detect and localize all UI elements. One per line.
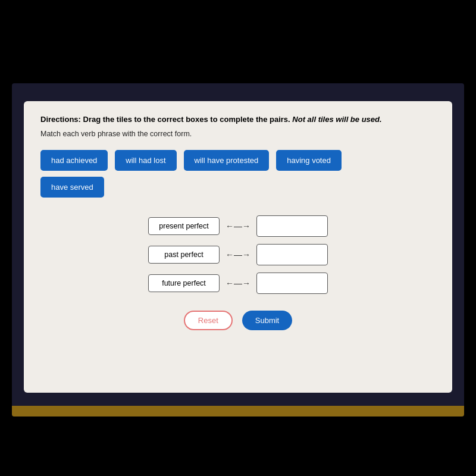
tile-having-voted[interactable]: having voted	[276, 150, 342, 171]
tile-will-had-lost[interactable]: will had lost	[115, 150, 176, 171]
tile-had-achieved[interactable]: had achieved	[40, 150, 108, 171]
buttons-row: Reset Submit	[40, 311, 436, 330]
matching-section: present perfect ←—→ past perfect ←—→ fut…	[40, 215, 436, 294]
bottom-bar	[12, 406, 464, 416]
screen: Directions: Drag the tiles to the correc…	[12, 83, 464, 416]
subtitle: Match each verb phrase with the correct …	[40, 130, 436, 138]
drop-box-future-perfect[interactable]	[256, 273, 328, 294]
drop-box-past-perfect[interactable]	[256, 244, 328, 265]
drop-box-present-perfect[interactable]	[256, 215, 328, 237]
submit-button[interactable]: Submit	[242, 311, 292, 330]
tiles-row-1: had achieved will had lost will have pro…	[40, 150, 436, 171]
label-present-perfect: present perfect	[148, 217, 220, 235]
directions-emphasis: Not all tiles will be used.	[292, 115, 381, 124]
content-area: Directions: Drag the tiles to the correc…	[24, 101, 452, 393]
directions-main: Directions: Drag the tiles to the correc…	[40, 115, 290, 124]
directions-text: Directions: Drag the tiles to the correc…	[40, 114, 436, 125]
reset-button[interactable]: Reset	[184, 311, 233, 330]
tiles-row-2: have served	[40, 177, 436, 198]
arrow-past-perfect: ←—→	[226, 250, 250, 259]
arrow-future-perfect: ←—→	[226, 278, 250, 288]
label-future-perfect: future perfect	[148, 274, 220, 292]
tile-will-have-protested[interactable]: will have protested	[184, 150, 270, 171]
match-row-present-perfect: present perfect ←—→	[148, 215, 328, 237]
match-row-past-perfect: past perfect ←—→	[148, 244, 328, 265]
label-past-perfect: past perfect	[148, 246, 220, 264]
tile-have-served[interactable]: have served	[40, 177, 104, 198]
match-row-future-perfect: future perfect ←—→	[148, 273, 328, 294]
arrow-present-perfect: ←—→	[226, 221, 250, 231]
